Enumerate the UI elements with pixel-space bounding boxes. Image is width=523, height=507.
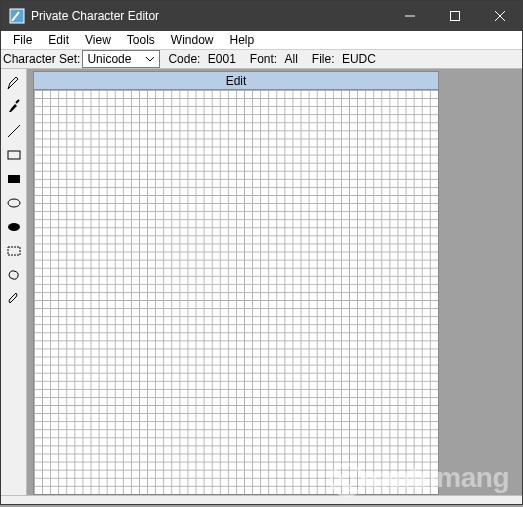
edit-grid[interactable] bbox=[34, 90, 438, 494]
maximize-button[interactable] bbox=[432, 1, 477, 31]
rect-outline-tool[interactable] bbox=[3, 144, 25, 166]
app-window: Private Character Editor File Edit View … bbox=[0, 0, 523, 505]
app-icon bbox=[9, 8, 25, 24]
pencil-tool[interactable] bbox=[3, 72, 25, 94]
canvas-area: Edit bbox=[27, 69, 439, 495]
rect-fill-tool[interactable] bbox=[3, 168, 25, 190]
charset-label: Character Set: bbox=[3, 52, 80, 66]
chevron-down-icon bbox=[143, 55, 157, 63]
canvas-frame: Edit bbox=[33, 71, 439, 495]
eraser-tool[interactable] bbox=[3, 288, 25, 310]
svg-point-10 bbox=[8, 223, 20, 231]
line-tool[interactable] bbox=[3, 120, 25, 142]
info-bar: Character Set: Unicode Code: E001 Font: … bbox=[1, 50, 522, 69]
file-value: EUDC bbox=[342, 52, 376, 66]
svg-point-9 bbox=[8, 199, 20, 207]
ellipse-outline-tool[interactable] bbox=[3, 192, 25, 214]
close-button[interactable] bbox=[477, 1, 522, 31]
charset-dropdown[interactable]: Unicode bbox=[82, 50, 160, 68]
rect-select-tool[interactable] bbox=[3, 240, 25, 262]
code-label: Code: bbox=[168, 52, 200, 66]
status-bar bbox=[1, 495, 522, 504]
svg-rect-7 bbox=[8, 151, 20, 159]
menu-file[interactable]: File bbox=[5, 31, 40, 49]
ellipse-fill-tool[interactable] bbox=[3, 216, 25, 238]
toolbox bbox=[1, 69, 27, 495]
code-field: Code: E001 bbox=[168, 52, 235, 66]
svg-line-6 bbox=[8, 125, 20, 137]
work-area: Edit bbox=[1, 69, 522, 495]
brush-tool[interactable] bbox=[3, 96, 25, 118]
file-label: File: bbox=[312, 52, 335, 66]
canvas-header: Edit bbox=[34, 72, 438, 90]
minimize-button[interactable] bbox=[387, 1, 432, 31]
svg-line-5 bbox=[16, 100, 19, 103]
file-field: File: EUDC bbox=[312, 52, 376, 66]
charset-value: Unicode bbox=[87, 52, 131, 66]
menu-tools[interactable]: Tools bbox=[119, 31, 163, 49]
menu-edit[interactable]: Edit bbox=[40, 31, 77, 49]
window-title: Private Character Editor bbox=[31, 9, 159, 23]
menu-help[interactable]: Help bbox=[222, 31, 263, 49]
menu-bar: File Edit View Tools Window Help bbox=[1, 31, 522, 50]
title-bar: Private Character Editor bbox=[1, 1, 522, 31]
code-value: E001 bbox=[208, 52, 236, 66]
font-field: Font: All bbox=[250, 52, 298, 66]
canvas-header-label: Edit bbox=[226, 74, 247, 88]
font-value: All bbox=[285, 52, 298, 66]
svg-rect-8 bbox=[8, 175, 20, 183]
font-label: Font: bbox=[250, 52, 277, 66]
freeform-select-tool[interactable] bbox=[3, 264, 25, 286]
menu-view[interactable]: View bbox=[77, 31, 119, 49]
svg-rect-2 bbox=[450, 12, 459, 21]
svg-rect-11 bbox=[8, 247, 20, 255]
menu-window[interactable]: Window bbox=[163, 31, 222, 49]
